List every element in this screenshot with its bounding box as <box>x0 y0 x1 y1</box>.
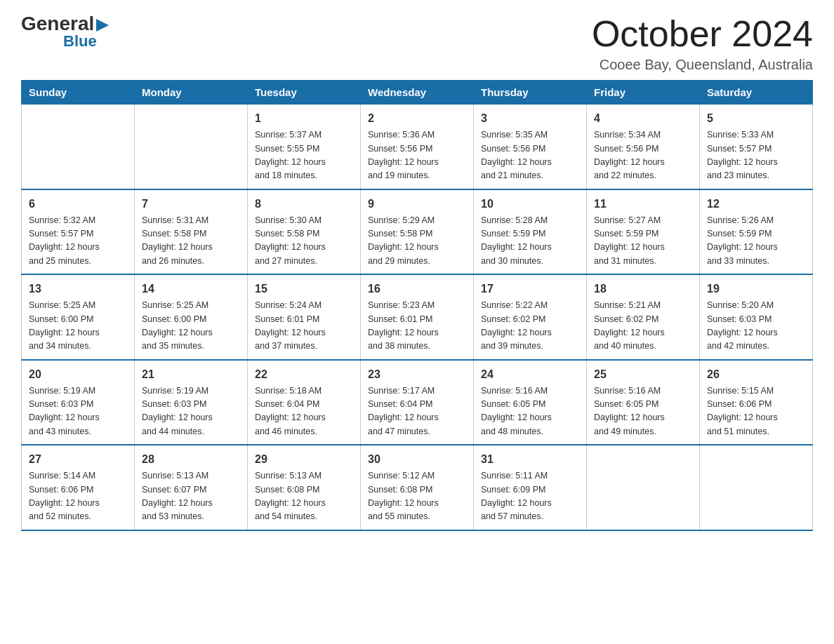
calendar-cell: 19Sunrise: 5:20 AM Sunset: 6:03 PM Dayli… <box>700 274 813 360</box>
calendar-cell: 14Sunrise: 5:25 AM Sunset: 6:00 PM Dayli… <box>135 274 248 360</box>
page-header: General Blue October 2024 Cooee Bay, Que… <box>21 14 813 73</box>
day-info: Sunrise: 5:18 AM Sunset: 6:04 PM Dayligh… <box>255 384 353 439</box>
logo-general: General <box>21 14 94 34</box>
day-number: 27 <box>29 451 127 468</box>
calendar-cell: 27Sunrise: 5:14 AM Sunset: 6:06 PM Dayli… <box>22 445 135 530</box>
calendar-cell: 28Sunrise: 5:13 AM Sunset: 6:07 PM Dayli… <box>135 445 248 530</box>
title-block: October 2024 Cooee Bay, Queensland, Aust… <box>592 14 813 73</box>
day-number: 26 <box>707 366 805 383</box>
calendar-cell: 4Sunrise: 5:34 AM Sunset: 5:56 PM Daylig… <box>587 105 700 189</box>
day-info: Sunrise: 5:19 AM Sunset: 6:03 PM Dayligh… <box>29 384 127 439</box>
day-number: 2 <box>368 110 466 127</box>
calendar-cell: 7Sunrise: 5:31 AM Sunset: 5:58 PM Daylig… <box>135 189 248 275</box>
day-info: Sunrise: 5:20 AM Sunset: 6:03 PM Dayligh… <box>707 299 805 354</box>
weekday-header-monday: Monday <box>135 81 248 105</box>
page-title: October 2024 <box>592 14 813 54</box>
day-info: Sunrise: 5:33 AM Sunset: 5:57 PM Dayligh… <box>707 128 805 183</box>
calendar-cell: 6Sunrise: 5:32 AM Sunset: 5:57 PM Daylig… <box>22 189 135 275</box>
day-number: 23 <box>368 366 466 383</box>
day-number: 5 <box>707 110 805 127</box>
day-info: Sunrise: 5:19 AM Sunset: 6:03 PM Dayligh… <box>142 384 240 439</box>
day-number: 22 <box>255 366 353 383</box>
day-info: Sunrise: 5:36 AM Sunset: 5:56 PM Dayligh… <box>368 128 466 183</box>
day-number: 29 <box>255 451 353 468</box>
calendar-cell: 24Sunrise: 5:16 AM Sunset: 6:05 PM Dayli… <box>474 360 587 445</box>
logo: General Blue <box>21 14 109 49</box>
day-number: 6 <box>29 196 127 213</box>
weekday-header-sunday: Sunday <box>22 81 135 105</box>
weekday-header-friday: Friday <box>587 81 700 105</box>
day-info: Sunrise: 5:25 AM Sunset: 6:00 PM Dayligh… <box>142 299 240 354</box>
svg-marker-0 <box>96 19 109 32</box>
calendar-week-row: 27Sunrise: 5:14 AM Sunset: 6:06 PM Dayli… <box>22 445 813 530</box>
calendar-cell <box>700 445 813 530</box>
day-number: 24 <box>481 366 579 383</box>
calendar-week-row: 6Sunrise: 5:32 AM Sunset: 5:57 PM Daylig… <box>22 189 813 275</box>
calendar-cell: 15Sunrise: 5:24 AM Sunset: 6:01 PM Dayli… <box>248 274 361 360</box>
day-number: 3 <box>481 110 579 127</box>
day-info: Sunrise: 5:25 AM Sunset: 6:00 PM Dayligh… <box>29 299 127 354</box>
day-number: 19 <box>707 281 805 297</box>
weekday-header-thursday: Thursday <box>474 81 587 105</box>
calendar-cell: 21Sunrise: 5:19 AM Sunset: 6:03 PM Dayli… <box>135 360 248 445</box>
calendar-cell: 8Sunrise: 5:30 AM Sunset: 5:58 PM Daylig… <box>248 189 361 275</box>
day-info: Sunrise: 5:14 AM Sunset: 6:06 PM Dayligh… <box>29 469 127 524</box>
calendar-cell: 31Sunrise: 5:11 AM Sunset: 6:09 PM Dayli… <box>474 445 587 530</box>
day-number: 13 <box>29 281 127 297</box>
day-info: Sunrise: 5:23 AM Sunset: 6:01 PM Dayligh… <box>368 299 466 354</box>
calendar-week-row: 13Sunrise: 5:25 AM Sunset: 6:00 PM Dayli… <box>22 274 813 360</box>
day-number: 30 <box>368 451 466 468</box>
day-info: Sunrise: 5:30 AM Sunset: 5:58 PM Dayligh… <box>255 214 353 269</box>
day-number: 15 <box>255 281 353 297</box>
calendar-cell <box>135 105 248 189</box>
calendar-week-row: 20Sunrise: 5:19 AM Sunset: 6:03 PM Dayli… <box>22 360 813 445</box>
day-info: Sunrise: 5:12 AM Sunset: 6:08 PM Dayligh… <box>368 469 466 524</box>
calendar-cell: 26Sunrise: 5:15 AM Sunset: 6:06 PM Dayli… <box>700 360 813 445</box>
calendar-cell: 25Sunrise: 5:16 AM Sunset: 6:05 PM Dayli… <box>587 360 700 445</box>
day-info: Sunrise: 5:11 AM Sunset: 6:09 PM Dayligh… <box>481 469 579 524</box>
calendar-cell <box>22 105 135 189</box>
calendar-body: 1Sunrise: 5:37 AM Sunset: 5:55 PM Daylig… <box>22 105 813 530</box>
day-number: 21 <box>142 366 240 383</box>
calendar-cell: 2Sunrise: 5:36 AM Sunset: 5:56 PM Daylig… <box>361 105 474 189</box>
day-info: Sunrise: 5:16 AM Sunset: 6:05 PM Dayligh… <box>481 384 579 439</box>
calendar-cell: 13Sunrise: 5:25 AM Sunset: 6:00 PM Dayli… <box>22 274 135 360</box>
day-info: Sunrise: 5:21 AM Sunset: 6:02 PM Dayligh… <box>594 299 692 354</box>
day-info: Sunrise: 5:13 AM Sunset: 6:07 PM Dayligh… <box>142 469 240 524</box>
logo-triangle-icon <box>96 19 109 32</box>
day-info: Sunrise: 5:16 AM Sunset: 6:05 PM Dayligh… <box>594 384 692 439</box>
weekday-header-wednesday: Wednesday <box>361 81 474 105</box>
calendar-cell: 23Sunrise: 5:17 AM Sunset: 6:04 PM Dayli… <box>361 360 474 445</box>
day-info: Sunrise: 5:17 AM Sunset: 6:04 PM Dayligh… <box>368 384 466 439</box>
calendar-cell: 30Sunrise: 5:12 AM Sunset: 6:08 PM Dayli… <box>361 445 474 530</box>
day-number: 16 <box>368 281 466 297</box>
calendar-cell: 1Sunrise: 5:37 AM Sunset: 5:55 PM Daylig… <box>248 105 361 189</box>
calendar-cell: 9Sunrise: 5:29 AM Sunset: 5:58 PM Daylig… <box>361 189 474 275</box>
day-number: 31 <box>481 451 579 468</box>
day-number: 18 <box>594 281 692 297</box>
page-subtitle: Cooee Bay, Queensland, Australia <box>592 57 813 73</box>
calendar-cell: 10Sunrise: 5:28 AM Sunset: 5:59 PM Dayli… <box>474 189 587 275</box>
day-info: Sunrise: 5:26 AM Sunset: 5:59 PM Dayligh… <box>707 214 805 269</box>
day-number: 4 <box>594 110 692 127</box>
day-info: Sunrise: 5:37 AM Sunset: 5:55 PM Dayligh… <box>255 128 353 183</box>
calendar-cell: 17Sunrise: 5:22 AM Sunset: 6:02 PM Dayli… <box>474 274 587 360</box>
weekday-header-tuesday: Tuesday <box>248 81 361 105</box>
day-number: 12 <box>707 196 805 213</box>
calendar-cell: 22Sunrise: 5:18 AM Sunset: 6:04 PM Dayli… <box>248 360 361 445</box>
day-number: 10 <box>481 196 579 213</box>
day-info: Sunrise: 5:24 AM Sunset: 6:01 PM Dayligh… <box>255 299 353 354</box>
calendar-cell: 20Sunrise: 5:19 AM Sunset: 6:03 PM Dayli… <box>22 360 135 445</box>
day-info: Sunrise: 5:32 AM Sunset: 5:57 PM Dayligh… <box>29 214 127 269</box>
weekday-header-saturday: Saturday <box>700 81 813 105</box>
day-number: 7 <box>142 196 240 213</box>
calendar-header: SundayMondayTuesdayWednesdayThursdayFrid… <box>22 81 813 105</box>
calendar-cell <box>587 445 700 530</box>
day-number: 20 <box>29 366 127 383</box>
calendar-cell: 3Sunrise: 5:35 AM Sunset: 5:56 PM Daylig… <box>474 105 587 189</box>
calendar-cell: 5Sunrise: 5:33 AM Sunset: 5:57 PM Daylig… <box>700 105 813 189</box>
day-info: Sunrise: 5:28 AM Sunset: 5:59 PM Dayligh… <box>481 214 579 269</box>
weekday-header-row: SundayMondayTuesdayWednesdayThursdayFrid… <box>22 81 813 105</box>
day-number: 9 <box>368 196 466 213</box>
calendar-week-row: 1Sunrise: 5:37 AM Sunset: 5:55 PM Daylig… <box>22 105 813 189</box>
